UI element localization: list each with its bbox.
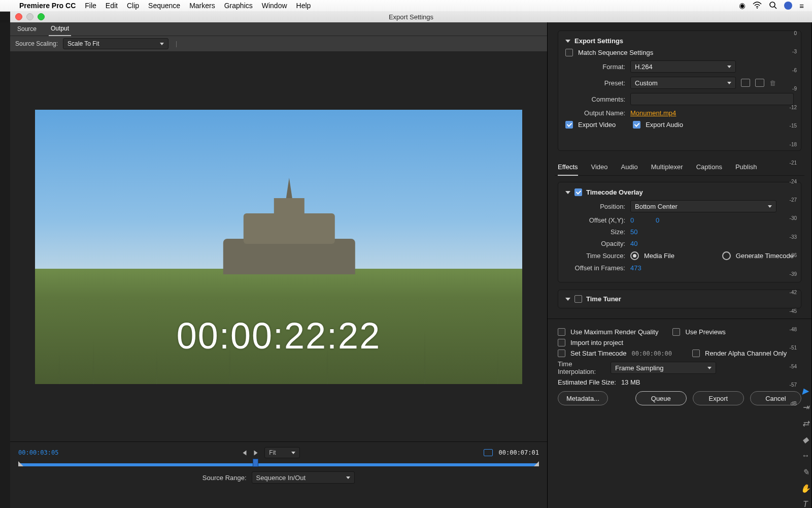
source-scaling-select[interactable]: Scale To Fit	[63, 38, 168, 49]
generate-timecode-radio[interactable]	[722, 251, 731, 260]
out-point-handle[interactable]	[534, 461, 539, 466]
delete-preset-icon[interactable]: 🗑	[769, 79, 776, 87]
timecode-overlay-checkbox[interactable]	[574, 188, 582, 196]
preview-timecode-overlay: 00:00:22:22	[35, 315, 522, 357]
spotlight-icon[interactable]	[769, 1, 777, 11]
offset-xy-label: Offset (X,Y):	[565, 216, 625, 224]
hand-tool-icon[interactable]: ✋	[801, 484, 810, 493]
type-tool-icon[interactable]: T	[801, 500, 810, 508]
preset-select[interactable]: Custom	[630, 77, 736, 89]
divider: |	[176, 40, 177, 47]
export-audio-label: Export Audio	[646, 121, 683, 129]
window-close-icon[interactable]	[15, 13, 22, 20]
tool-palette: ▶ ⇥ ⇄ ◆ ↔ ✎ ✋ T	[801, 386, 810, 508]
tab-source[interactable]: Source	[15, 23, 39, 36]
metadata-button[interactable]: Metadata...	[558, 391, 608, 405]
time-source-label: Time Source:	[565, 252, 625, 260]
disclosure-icon[interactable]	[565, 191, 570, 194]
source-range-label: Source Range:	[202, 474, 247, 482]
set-start-timecode-checkbox[interactable]	[558, 350, 565, 357]
format-select[interactable]: H.264	[630, 60, 736, 73]
output-name-link[interactable]: Monument.mp4	[630, 109, 676, 117]
save-preset-icon[interactable]	[741, 79, 750, 87]
export-button[interactable]: Export	[693, 391, 744, 405]
tab-output[interactable]: Output	[49, 23, 71, 36]
cancel-button[interactable]: Cancel	[750, 391, 801, 405]
menu-sequence[interactable]: Sequence	[148, 2, 180, 10]
section-title: Time Tuner	[586, 295, 621, 303]
notification-center-icon[interactable]: ≡	[799, 2, 804, 10]
timeline-strip[interactable]	[18, 463, 539, 466]
timecode-in[interactable]: 00:00:03:05	[18, 449, 58, 456]
creative-cloud-icon[interactable]: ◉	[739, 1, 746, 10]
aspect-ratio-icon[interactable]	[484, 449, 493, 456]
subtab-audio[interactable]: Audio	[621, 161, 638, 175]
menu-help[interactable]: Help	[296, 2, 311, 10]
menu-file[interactable]: File	[85, 2, 96, 10]
offset-x-value[interactable]: 0	[630, 216, 651, 224]
video-preview[interactable]: 00:00:22:22	[35, 110, 522, 384]
render-alpha-checkbox[interactable]	[692, 350, 700, 357]
size-value[interactable]: 50	[630, 228, 651, 236]
menu-clip[interactable]: Clip	[127, 2, 139, 10]
chevron-down-icon	[346, 477, 350, 479]
subtab-publish[interactable]: Publish	[735, 161, 757, 175]
time-interp-select[interactable]: Frame Sampling	[611, 362, 716, 374]
rate-tool-icon[interactable]: ⇄	[801, 419, 810, 428]
offset-y-value[interactable]: 0	[656, 216, 676, 224]
user-avatar-icon[interactable]	[784, 2, 792, 10]
position-select[interactable]: Bottom Center	[630, 200, 776, 212]
import-preset-icon[interactable]	[755, 79, 764, 87]
estimated-size-label: Estimated File Size:	[558, 378, 616, 386]
chevron-down-icon	[160, 43, 164, 45]
in-point-handle[interactable]	[18, 461, 23, 466]
step-forward-icon[interactable]	[254, 450, 258, 455]
window-zoom-icon[interactable]	[38, 13, 45, 20]
preview-tabs: Source Output	[10, 22, 547, 36]
window-title: Export Settings	[10, 13, 812, 21]
settings-panel: Export Settings Match Sequence Settings …	[548, 22, 812, 508]
estimated-size-value: 13 MB	[621, 378, 640, 386]
max-render-checkbox[interactable]	[558, 328, 565, 336]
set-start-timecode-label: Set Start Timecode	[570, 350, 627, 357]
razor-tool-icon[interactable]: ◆	[801, 435, 810, 444]
comments-input[interactable]	[630, 93, 794, 105]
start-timecode-value[interactable]: 00:00:00:00	[632, 350, 672, 357]
offset-frames-value[interactable]: 473	[630, 264, 651, 272]
time-tuner-checkbox[interactable]	[574, 295, 582, 303]
export-video-checkbox[interactable]	[565, 121, 573, 129]
subtab-multiplexer[interactable]: Multiplexer	[651, 161, 683, 175]
queue-button[interactable]: Queue	[635, 391, 687, 405]
menu-markers[interactable]: Markers	[189, 2, 215, 10]
media-file-radio[interactable]	[630, 251, 639, 260]
selection-tool-icon[interactable]: ▶	[801, 386, 810, 395]
match-sequence-checkbox[interactable]	[565, 49, 573, 56]
subtab-captions[interactable]: Captions	[696, 161, 722, 175]
step-back-icon[interactable]	[243, 450, 247, 455]
export-video-label: Export Video	[578, 121, 616, 129]
wifi-icon[interactable]	[753, 2, 762, 10]
pen-tool-icon[interactable]: ✎	[801, 467, 810, 477]
menu-window[interactable]: Window	[262, 2, 287, 10]
menu-edit[interactable]: Edit	[106, 2, 118, 10]
export-audio-checkbox[interactable]	[633, 121, 640, 129]
ripple-tool-icon[interactable]: ⇥	[801, 402, 810, 411]
svg-point-1	[770, 2, 775, 7]
disclosure-icon[interactable]	[565, 40, 570, 43]
playhead[interactable]	[253, 459, 258, 467]
menu-graphics[interactable]: Graphics	[224, 2, 253, 10]
source-scaling-label: Source Scaling:	[15, 40, 58, 47]
subtab-video[interactable]: Video	[591, 161, 608, 175]
slip-tool-icon[interactable]: ↔	[801, 451, 810, 460]
app-name[interactable]: Premiere Pro CC	[19, 2, 76, 10]
import-project-checkbox[interactable]	[558, 339, 565, 346]
time-interp-value: Frame Sampling	[615, 364, 663, 372]
svg-point-0	[757, 8, 758, 9]
use-previews-checkbox[interactable]	[672, 328, 680, 336]
source-range-select[interactable]: Sequence In/Out	[252, 471, 355, 484]
zoom-fit-select[interactable]: Fit	[264, 447, 299, 458]
disclosure-icon[interactable]	[565, 298, 570, 301]
zoom-fit-value: Fit	[269, 449, 276, 456]
opacity-value[interactable]: 40	[630, 240, 651, 247]
subtab-effects[interactable]: Effects	[558, 161, 578, 176]
